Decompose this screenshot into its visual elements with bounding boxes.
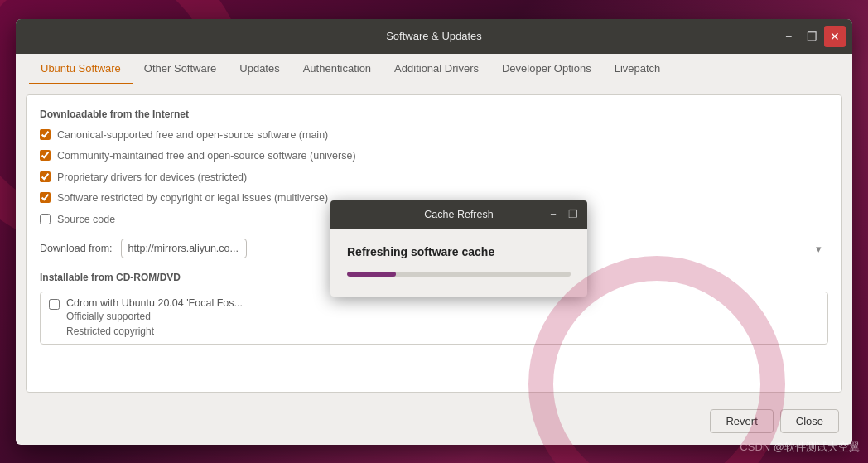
close-button[interactable]: ✕ — [824, 26, 846, 47]
checkbox-proprietary-label: Proprietary drivers for devices (restric… — [57, 171, 247, 186]
checkbox-canonical-label: Canonical-supported free and open-source… — [57, 128, 328, 143]
tab-additional-drivers[interactable]: Additional Drivers — [383, 54, 490, 84]
checkbox-multiverse-label: Software restricted by copyright or lega… — [57, 191, 328, 206]
close-button-footer[interactable]: Close — [780, 409, 839, 433]
dialog-title-bar: Cache Refresh − ❐ — [330, 200, 587, 229]
tab-livepatch[interactable]: Livepatch — [603, 54, 673, 84]
dialog-content: Refreshing software cache — [330, 229, 587, 297]
tab-developer-options[interactable]: Developer Options — [490, 54, 603, 84]
cdrom-title: Cdrom with Ubuntu 20.04 'Focal Fos... — [66, 297, 243, 309]
checkbox-canonical: Canonical-supported free and open-source… — [40, 128, 828, 143]
download-from-select[interactable]: http://mirrors.aliyun.co... — [121, 239, 247, 258]
minimize-button[interactable]: − — [778, 26, 799, 47]
revert-button[interactable]: Revert — [710, 409, 773, 433]
cdrom-item: Cdrom with Ubuntu 20.04 'Focal Fos... Of… — [40, 292, 828, 345]
cdrom-checkbox-input[interactable] — [49, 299, 60, 310]
checkbox-canonical-input[interactable] — [40, 129, 51, 140]
tab-other-software[interactable]: Other Software — [133, 54, 228, 84]
checkbox-community: Community-maintained free and open-sourc… — [40, 149, 828, 164]
checkbox-multiverse-input[interactable] — [40, 192, 51, 203]
watermark: CSDN @软件测试大空翼 — [740, 440, 860, 455]
cache-refresh-dialog: Cache Refresh − ❐ Refreshing software ca… — [330, 200, 587, 297]
downloadable-section-title: Downloadable from the Internet — [40, 109, 828, 120]
dropdown-arrow-icon: ▾ — [816, 243, 822, 255]
cdrom-line1: Officially supported — [66, 309, 243, 324]
checkbox-source-input[interactable] — [40, 214, 51, 224]
tab-ubuntu-software[interactable]: Ubuntu Software — [29, 54, 133, 84]
cdrom-line2: Restricted copyright — [66, 324, 243, 339]
maximize-button[interactable]: ❐ — [801, 26, 822, 47]
dialog-message: Refreshing software cache — [347, 245, 571, 258]
window-title: Software & Updates — [386, 30, 482, 42]
dialog-maximize-button[interactable]: ❐ — [564, 205, 582, 224]
checkbox-proprietary-input[interactable] — [40, 171, 51, 182]
checkbox-source-label: Source code — [57, 213, 115, 228]
checkbox-community-input[interactable] — [40, 150, 51, 161]
tab-bar: Ubuntu Software Other Software Updates A… — [16, 54, 852, 84]
footer: Revert Close — [16, 403, 852, 445]
dialog-title: Cache Refresh — [424, 209, 493, 220]
main-window: Software & Updates − ❐ ✕ Ubuntu Software… — [16, 19, 852, 445]
cdrom-text-block: Cdrom with Ubuntu 20.04 'Focal Fos... Of… — [66, 297, 243, 339]
dialog-controls: − ❐ — [544, 205, 582, 224]
window-controls: − ❐ ✕ — [778, 26, 846, 47]
checkbox-community-label: Community-maintained free and open-sourc… — [57, 149, 356, 164]
tab-authentication[interactable]: Authentication — [292, 54, 383, 84]
tab-updates[interactable]: Updates — [228, 54, 291, 84]
title-bar: Software & Updates − ❐ ✕ — [16, 19, 852, 54]
cdrom-section: Cdrom with Ubuntu 20.04 'Focal Fos... Of… — [40, 292, 828, 345]
progress-bar-fill — [347, 272, 396, 277]
progress-bar-container — [347, 272, 571, 277]
download-from-label: Download from: — [40, 243, 113, 254]
dialog-minimize-button[interactable]: − — [544, 205, 562, 224]
checkbox-proprietary: Proprietary drivers for devices (restric… — [40, 171, 828, 186]
